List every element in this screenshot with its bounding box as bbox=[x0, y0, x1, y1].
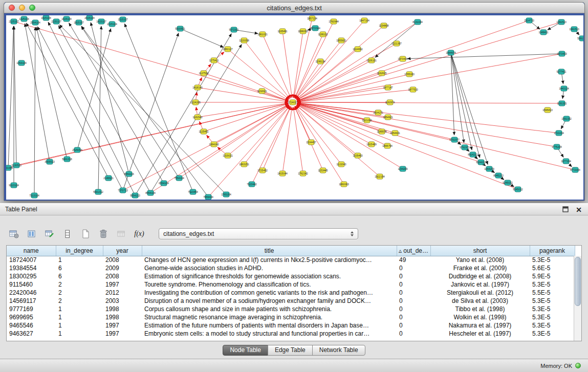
graph-node[interactable]: 1162615 bbox=[379, 71, 385, 76]
tab-node-table[interactable]: Node Table bbox=[223, 345, 268, 356]
graph-node[interactable]: 1860063 bbox=[341, 182, 347, 187]
graph-node[interactable]: 1132021 bbox=[259, 89, 266, 94]
new-document-icon[interactable] bbox=[80, 227, 91, 240]
graph-edge[interactable] bbox=[58, 26, 150, 193]
graph-node[interactable]: 2554104 bbox=[32, 20, 39, 26]
graph-node[interactable]: 1154209 bbox=[400, 166, 406, 172]
graph-node[interactable]: 1664674 bbox=[448, 50, 454, 56]
graph-node[interactable]: 1321060 bbox=[364, 118, 371, 123]
graph-edge[interactable] bbox=[124, 24, 193, 192]
graph-node[interactable]: 1325104 bbox=[21, 16, 28, 22]
graph-node[interactable]: 6791977 bbox=[451, 137, 458, 143]
close-icon[interactable]: ✕ bbox=[576, 206, 582, 213]
graph-node[interactable]: 2914733 bbox=[526, 18, 533, 24]
graph-edge[interactable] bbox=[34, 27, 35, 195]
graph-edge[interactable] bbox=[14, 26, 16, 165]
graph-node[interactable]: 1861021 bbox=[259, 32, 266, 37]
graph-node[interactable]: 7313104 bbox=[31, 193, 38, 199]
graph-node[interactable]: 5901318 bbox=[64, 157, 71, 162]
table-selector-dropdown[interactable]: citations_edges.txt bbox=[159, 228, 358, 239]
table-row[interactable]: 946362711997Embryonic stem cells: a mode… bbox=[7, 330, 575, 338]
graph-node[interactable]: 1275411 bbox=[211, 58, 217, 63]
graph-node[interactable]: 1591332 bbox=[563, 116, 570, 122]
graph-edge[interactable] bbox=[36, 27, 67, 159]
graph-node[interactable]: 1857234 bbox=[309, 16, 316, 21]
graph-node[interactable]: 1762342 bbox=[300, 171, 307, 177]
graph-node[interactable]: 1615104 bbox=[63, 16, 70, 22]
table-row[interactable]: 977716911998Corpus callosum shape and si… bbox=[7, 305, 575, 313]
graph-node[interactable]: 2235107 bbox=[53, 19, 60, 25]
graph-node[interactable]: 5500601 bbox=[177, 26, 184, 32]
graph-edge[interactable] bbox=[293, 107, 303, 173]
graph-node[interactable]: 1604271 bbox=[375, 110, 382, 116]
graph-node[interactable]: 1915469 bbox=[368, 142, 375, 147]
graph-edge[interactable] bbox=[228, 105, 289, 156]
graph-node[interactable]: 5991504 bbox=[579, 36, 584, 41]
graph-edge[interactable] bbox=[8, 103, 288, 168]
graph-edge[interactable] bbox=[48, 22, 135, 195]
graph-edge[interactable] bbox=[297, 103, 559, 133]
graph-node[interactable]: 1443124 bbox=[561, 86, 568, 92]
graph-node[interactable]: 1125451 bbox=[201, 129, 207, 135]
graph-edge[interactable] bbox=[59, 25, 226, 194]
table-row[interactable]: 1830029562008Estimation of significance … bbox=[7, 272, 575, 280]
table-row[interactable]: 946554611997Estimation of the future num… bbox=[7, 321, 575, 330]
graph-node[interactable]: 3130513 bbox=[13, 163, 20, 168]
trash-icon[interactable] bbox=[98, 227, 109, 240]
graph-node[interactable]: 1326101 bbox=[368, 58, 375, 63]
graph-edge[interactable] bbox=[69, 23, 164, 183]
graph-node[interactable]: 1153445 bbox=[320, 168, 326, 173]
graph-node[interactable]: 1122043 bbox=[338, 162, 345, 167]
graph-node[interactable]: 1725452 bbox=[259, 168, 266, 173]
tab-edge-table[interactable]: Edge Table bbox=[268, 345, 313, 356]
graph-node[interactable]: 1973433 bbox=[559, 51, 565, 57]
import-table-icon[interactable] bbox=[116, 227, 127, 240]
graph-node[interactable]: 9277411 bbox=[558, 69, 565, 75]
graph-edge[interactable] bbox=[297, 103, 557, 147]
columns-icon[interactable] bbox=[26, 227, 37, 240]
column-header[interactable]: in_degree bbox=[56, 246, 103, 256]
graph-edge[interactable] bbox=[198, 87, 288, 102]
column-header[interactable]: short bbox=[430, 246, 530, 256]
graph-edge[interactable] bbox=[123, 33, 179, 190]
graph-node[interactable]: 1105493 bbox=[355, 153, 361, 159]
graph-node[interactable]: 1160974 bbox=[387, 100, 394, 105]
table-row[interactable]: 911546021997Tourette syndrome. Phenomeno… bbox=[7, 280, 575, 289]
graph-node[interactable]: 1854921 bbox=[385, 115, 391, 120]
graph-node[interactable]: 1181540 bbox=[194, 115, 201, 120]
graph-node[interactable]: 2526094 bbox=[74, 147, 81, 153]
graph-node[interactable]: 1191331 bbox=[559, 101, 565, 106]
graph-node[interactable]: 1364242 bbox=[211, 142, 217, 147]
graph-node[interactable]: 1189578 bbox=[379, 129, 385, 135]
graph-node[interactable]: 1895794 bbox=[384, 143, 391, 149]
graph-node[interactable]: 2215104 bbox=[109, 21, 116, 27]
graph-node[interactable]: 9245032 bbox=[505, 180, 511, 186]
graph-node[interactable]: 9791971 bbox=[462, 145, 468, 150]
graph-node[interactable]: 2015104 bbox=[86, 15, 93, 21]
graph-edge[interactable] bbox=[297, 103, 575, 170]
graph-node[interactable]: 1595813 bbox=[545, 107, 551, 113]
graph-node[interactable]: 1696091 bbox=[300, 29, 307, 34]
vertical-scrollbar[interactable] bbox=[574, 256, 581, 341]
column-header[interactable]: year bbox=[103, 246, 142, 256]
graph-edge[interactable] bbox=[198, 103, 288, 117]
graph-edge[interactable] bbox=[37, 27, 123, 190]
graph-node[interactable]: 1815107 bbox=[76, 20, 82, 26]
graph-node[interactable]: 1760944 bbox=[331, 19, 337, 25]
graph-node[interactable]: 7623442 bbox=[249, 182, 255, 187]
graph-node[interactable]: 1415044 bbox=[279, 171, 286, 177]
graph-edge[interactable] bbox=[77, 29, 111, 150]
graph-node[interactable]: 1877510 bbox=[410, 87, 417, 93]
column-header[interactable]: ▵ out_de… bbox=[397, 246, 430, 256]
graph-node[interactable]: 1515107 bbox=[120, 17, 126, 23]
table-edit-icon[interactable] bbox=[44, 227, 55, 240]
float-window-icon[interactable] bbox=[562, 205, 569, 214]
graph-node[interactable]: 1220058 bbox=[241, 38, 248, 43]
table-row[interactable]: 1872400712008Changes of HCN gene express… bbox=[7, 256, 575, 264]
graph-node[interactable]: 7370713 bbox=[120, 188, 126, 193]
graph-node[interactable]: 1196132 bbox=[320, 32, 326, 37]
graph-node[interactable]: 1054209 bbox=[486, 166, 493, 172]
graph-node[interactable]: 1863251 bbox=[241, 162, 248, 167]
graph-node[interactable]: 1534457 bbox=[308, 140, 315, 145]
graph-edge[interactable] bbox=[180, 29, 224, 47]
